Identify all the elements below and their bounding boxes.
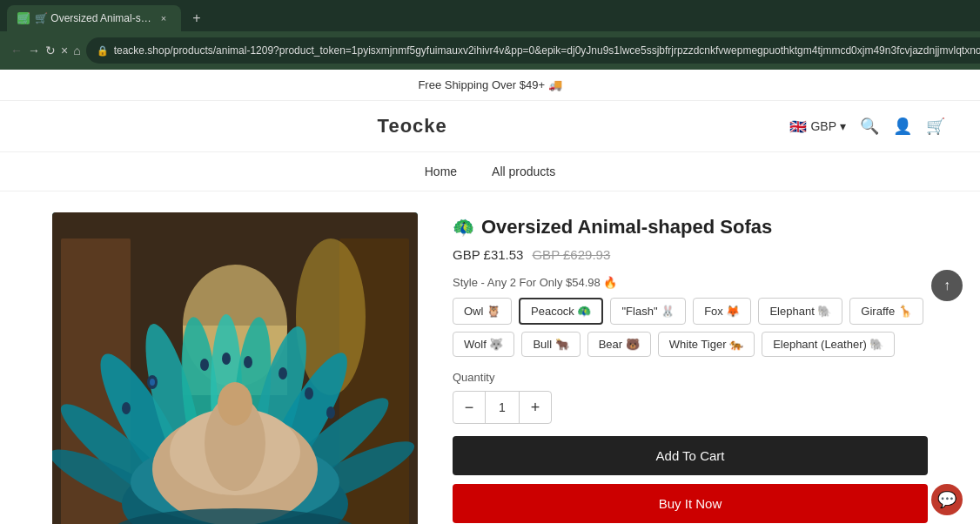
- style-label: Style - Any 2 For Only $54.98 🔥: [453, 276, 928, 289]
- page-content: Free Shipping Over $49+ 🚚 Teocke 🇬🇧 GBP …: [0, 70, 980, 524]
- new-tab-button[interactable]: +: [185, 6, 209, 30]
- browser-tab-active[interactable]: 🛒 🛒 Oversized Animal-shaped S... ×: [7, 5, 181, 31]
- address-text: teacke.shop/products/animal-1209?product…: [114, 44, 980, 57]
- product-image: [52, 212, 418, 524]
- style-option-wolf[interactable]: Wolf 🐺: [453, 332, 514, 357]
- style-option-elephant-leather[interactable]: Elephant (Leather) 🐘: [762, 332, 895, 357]
- product-title-row: 🦚 Oversized Animal-shaped Sofas: [453, 216, 928, 238]
- style-option-bear[interactable]: Bear 🐻: [587, 332, 651, 357]
- style-option-white-tiger[interactable]: White Tiger 🐅: [658, 332, 755, 357]
- tab-close-button[interactable]: ×: [157, 11, 171, 25]
- cart-icon[interactable]: 🛒: [926, 117, 945, 136]
- quantity-minus-button[interactable]: −: [453, 392, 485, 423]
- style-options: Owl 🦉 Peacock 🦚 "Flash" 🐰 Fox 🦊 Elephant…: [453, 298, 928, 357]
- style-option-fox[interactable]: Fox 🦊: [693, 298, 751, 325]
- chat-support-button[interactable]: 💬: [931, 484, 963, 515]
- tab-title: 🛒 Oversized Animal-shaped S...: [35, 12, 151, 24]
- svg-point-24: [305, 387, 313, 400]
- currency-selector[interactable]: 🇬🇧 GBP ▾: [789, 118, 846, 135]
- currency-code: GBP: [810, 119, 836, 133]
- svg-point-31: [218, 382, 252, 426]
- search-icon[interactable]: 🔍: [860, 117, 879, 136]
- site-logo[interactable]: Teocke: [378, 115, 447, 138]
- browser-tab-bar: 🛒 🛒 Oversized Animal-shaped S... × +: [0, 0, 980, 31]
- announcement-text: Free Shipping Over $49+ 🚚: [418, 78, 561, 91]
- svg-point-23: [279, 367, 287, 380]
- currency-chevron-icon: ▾: [840, 119, 846, 133]
- product-layout: 🦚 Oversized Animal-shaped Sofas GBP £31.…: [0, 191, 980, 524]
- price-original: GBP £629.93: [532, 247, 610, 262]
- svg-point-20: [200, 359, 209, 371]
- svg-point-18: [150, 379, 155, 386]
- product-info: 🦚 Oversized Animal-shaped Sofas GBP £31.…: [453, 212, 928, 524]
- style-option-giraffe[interactable]: Giraffe 🦒: [849, 298, 923, 325]
- svg-point-25: [326, 406, 335, 419]
- svg-point-21: [222, 353, 231, 365]
- quantity-plus-button[interactable]: +: [520, 392, 551, 423]
- scroll-to-top-button[interactable]: ↑: [931, 270, 963, 301]
- product-image-svg: [52, 212, 418, 524]
- browser-toolbar: ← → ↻ × ⌂ 🔒 teacke.shop/products/animal-…: [0, 31, 980, 70]
- style-option-bull[interactable]: Bull 🐂: [521, 332, 580, 357]
- style-option-owl[interactable]: Owl 🦉: [453, 298, 512, 325]
- browser-chrome: 🛒 🛒 Oversized Animal-shaped S... × + ← →…: [0, 0, 980, 70]
- svg-point-19: [122, 402, 131, 414]
- close-x-button[interactable]: ×: [61, 38, 68, 63]
- header-icons: 🇬🇧 GBP ▾ 🔍 👤 🛒: [789, 117, 945, 136]
- address-bar[interactable]: 🔒 teacke.shop/products/animal-1209?produ…: [86, 37, 980, 64]
- style-option-peacock[interactable]: Peacock 🦚: [519, 298, 603, 325]
- site-navigation: Home All products: [0, 152, 980, 191]
- add-to-cart-button[interactable]: Add To Cart: [453, 436, 928, 475]
- quantity-control: − 1 +: [453, 391, 552, 424]
- tab-favicon: 🛒: [17, 12, 30, 24]
- flag-icon: 🇬🇧: [789, 118, 807, 135]
- address-lock-icon: 🔒: [97, 45, 109, 57]
- reload-button[interactable]: ↻: [45, 38, 56, 63]
- announcement-bar: Free Shipping Over $49+ 🚚: [0, 70, 980, 101]
- style-option-flash[interactable]: "Flash" 🐰: [610, 298, 686, 325]
- forward-button[interactable]: →: [28, 38, 40, 63]
- home-button[interactable]: ⌂: [73, 38, 80, 63]
- back-button[interactable]: ←: [10, 38, 23, 63]
- site-header: Teocke 🇬🇧 GBP ▾ 🔍 👤 🛒: [0, 101, 980, 152]
- product-image-area: [52, 212, 418, 524]
- quantity-label: Quantity: [453, 371, 928, 384]
- nav-all-products[interactable]: All products: [492, 165, 555, 178]
- svg-point-22: [244, 356, 252, 368]
- account-icon[interactable]: 👤: [893, 117, 912, 136]
- nav-home[interactable]: Home: [425, 165, 457, 178]
- price-current: GBP £31.53: [453, 247, 523, 262]
- buy-now-button[interactable]: Buy It Now: [453, 484, 928, 523]
- quantity-value: 1: [485, 392, 520, 423]
- style-option-elephant[interactable]: Elephant 🐘: [758, 298, 842, 325]
- product-price-row: GBP £31.53 GBP £629.93: [453, 247, 928, 262]
- product-emoji: 🦚: [453, 217, 474, 238]
- product-title: Oversized Animal-shaped Sofas: [481, 216, 772, 238]
